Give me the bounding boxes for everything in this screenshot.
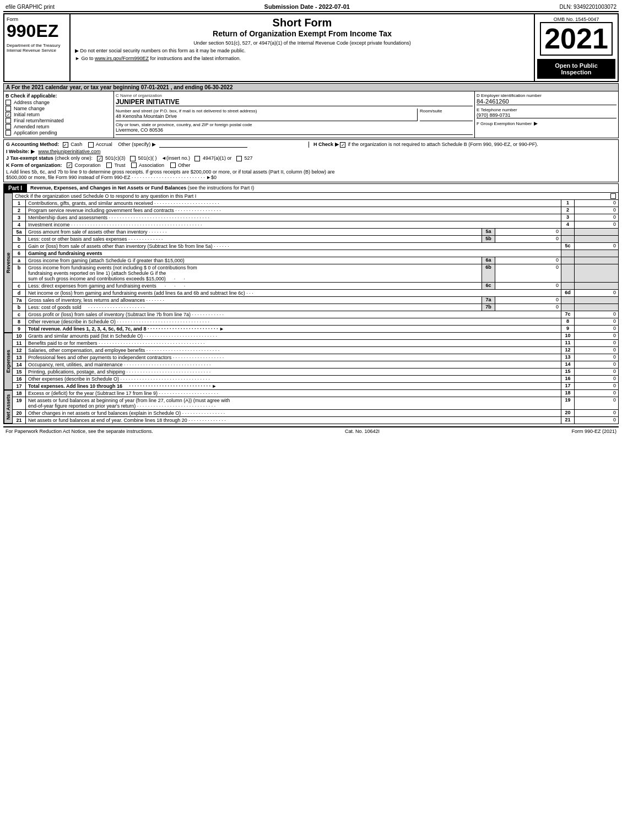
- line-11-code: 11: [561, 340, 574, 346]
- open-to-public: Open to Public Inspection: [537, 59, 615, 79]
- b-label: B Check if applicable:: [6, 93, 112, 99]
- h-text: if the organization is not required to a…: [348, 142, 538, 147]
- j-527-checkbox[interactable]: [236, 156, 242, 161]
- line-2-row: 2 Program service revenue including gove…: [13, 207, 618, 214]
- revenue-section: Revenue Check if the organization used S…: [3, 193, 619, 333]
- line-7a-num: 7a: [13, 297, 26, 304]
- line-10-code: 10: [561, 333, 574, 339]
- line-17-desc: Total expenses. Add lines 10 through 16 …: [26, 383, 561, 389]
- accrual-checkbox[interactable]: [88, 142, 94, 148]
- line-16-desc: Other expenses (describe in Schedule O) …: [26, 376, 561, 382]
- line-4-code: 4: [561, 221, 574, 228]
- room-block: Room/suite: [418, 109, 473, 121]
- section-j: J Tax-exempt status (check only one): 50…: [6, 155, 616, 161]
- line-6b-empty: [561, 264, 574, 282]
- dept-label: Department of the Treasury: [7, 43, 67, 48]
- f-block: F Group Exemption Number ▶: [477, 121, 616, 126]
- line-8-row: 8 Other revenue (describe in Schedule O)…: [13, 318, 618, 326]
- d-label: D Employer identification number: [477, 93, 616, 98]
- line-10-val: 0: [574, 333, 618, 339]
- line-5a-shaded: [574, 229, 618, 235]
- line-2-num: 2: [13, 207, 26, 214]
- line-9-val: 0: [574, 326, 618, 332]
- cb-address: Address change: [6, 100, 112, 105]
- pending-checkbox[interactable]: [6, 130, 11, 136]
- line-5c-val: 0: [574, 243, 618, 250]
- city-block: City or town, state or province, country…: [116, 122, 473, 135]
- sub-title: Return of Organization Exempt From Incom…: [75, 29, 529, 38]
- cash-checkbox[interactable]: [63, 142, 68, 148]
- address-checkbox[interactable]: [6, 100, 11, 105]
- k-corp-checkbox[interactable]: [67, 162, 72, 168]
- j-4947-checkbox[interactable]: [194, 156, 200, 161]
- line-2-val: 0: [574, 207, 618, 214]
- g-label: G Accounting Method:: [6, 142, 59, 147]
- cb-final: Final return/terminated: [6, 118, 112, 123]
- g-accrual: Accrual: [88, 142, 114, 147]
- h-checkbox[interactable]: [340, 142, 345, 148]
- cb-initial: Initial return: [6, 112, 112, 117]
- line-1-row: 1 Contributions, gifts, grants, and simi…: [13, 200, 618, 207]
- k-assoc-checkbox[interactable]: [131, 162, 137, 168]
- line-8-code: 8: [561, 318, 574, 325]
- line-6c-num: c: [13, 283, 26, 289]
- l-text: L Add lines 5b, 6c, and 7b to line 9 to …: [6, 169, 334, 175]
- line-4-num: 4: [13, 221, 26, 228]
- k-trust-checkbox[interactable]: [106, 162, 112, 168]
- line-16-num: 16: [13, 376, 26, 382]
- line-9-code: 9: [561, 326, 574, 332]
- line-9-row: 9 Total revenue. Add lines 1, 2, 3, 4, 5…: [13, 326, 618, 333]
- org-name: JUNIPER INITIATIVE: [116, 98, 473, 106]
- line-6c-row: c Less: direct expenses from gaming and …: [13, 283, 618, 290]
- address-label: Address change: [14, 100, 50, 105]
- j-501c-checkbox[interactable]: [130, 156, 136, 161]
- irs-label: Internal Revenue Service: [7, 48, 67, 53]
- room-value: [420, 113, 473, 121]
- main-title: Short Form: [75, 17, 529, 29]
- name-label: Name change: [14, 106, 45, 111]
- footer-right: Form 990-EZ (2021): [571, 429, 616, 434]
- j-501c3-checkbox[interactable]: [97, 156, 102, 161]
- section-i: I Website: ▶ www.thejuniperinitiative.co…: [6, 149, 616, 154]
- line-12-desc: Salaries, other compensation, and employ…: [26, 347, 561, 354]
- cb-name: Name change: [6, 106, 112, 111]
- dln-number: DLN: 93492201003072: [560, 4, 616, 10]
- amended-checkbox[interactable]: [6, 124, 11, 129]
- line-5c-row: c Gain or (loss) from sale of assets oth…: [13, 243, 618, 250]
- line-4-row: 4 Investment income · · · · · · · · · · …: [13, 221, 618, 229]
- line-6-shaded: [574, 250, 618, 257]
- cb-pending: Application pending: [6, 130, 112, 136]
- line-6a-shaded: [574, 257, 618, 264]
- footer-left: For Paperwork Reduction Act Notice, see …: [6, 429, 153, 434]
- k-other-checkbox[interactable]: [170, 162, 176, 168]
- i-url: www.thejuniperinitiative.com: [38, 149, 100, 154]
- gh-row: G Accounting Method: Cash Accrual Other …: [6, 142, 616, 148]
- line-21-num: 21: [13, 417, 26, 424]
- line-5a-mid: 0: [495, 229, 561, 235]
- line-6c-empty: [561, 283, 574, 289]
- line-7c-num: c: [13, 311, 26, 318]
- initial-checkbox[interactable]: [6, 112, 11, 117]
- final-checkbox[interactable]: [6, 118, 11, 123]
- line-13-desc: Professional fees and other payments to …: [26, 354, 561, 361]
- j-insert: ◄(insert no.): [161, 155, 190, 161]
- line-16-row: 16 Other expenses (describe in Schedule …: [13, 376, 618, 383]
- line-5b-empty: [561, 236, 574, 242]
- title-line2: ▶ Do not enter social security numbers o…: [75, 48, 529, 53]
- line-21-row: 21 Net assets or fund balances at end of…: [13, 417, 618, 424]
- addr-label: Number and street (or P.O. box, if mail …: [116, 109, 417, 113]
- room-label: Room/suite: [420, 109, 473, 113]
- line-17-val: 0: [574, 383, 618, 389]
- top-bar: efile GRAPHIC print Submission Date - 20…: [3, 2, 619, 12]
- name-checkbox[interactable]: [6, 106, 11, 111]
- address-block: Number and street (or P.O. box, if mail …: [116, 109, 418, 121]
- section-ghijkl: G Accounting Method: Cash Accrual Other …: [3, 139, 619, 182]
- e-label: E Telephone number: [477, 107, 616, 112]
- j-note: (check only one):: [55, 155, 93, 161]
- line-8-num: 8: [13, 318, 26, 325]
- line-3-val: 0: [574, 214, 618, 221]
- line-7a-mid: 0: [495, 297, 561, 304]
- line-8-desc: Other revenue (describe in Schedule O) ·…: [26, 318, 561, 325]
- line-1-code: 1: [561, 200, 574, 207]
- line-7c-row: c Gross profit or (loss) from sales of i…: [13, 311, 618, 318]
